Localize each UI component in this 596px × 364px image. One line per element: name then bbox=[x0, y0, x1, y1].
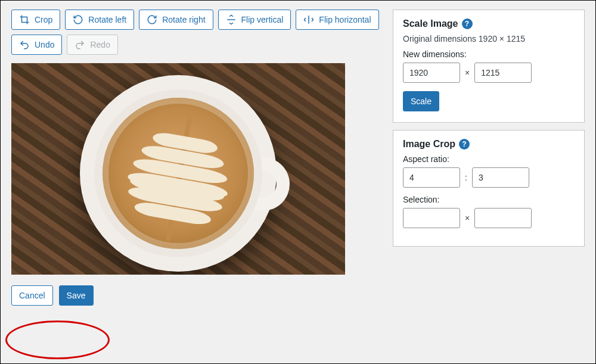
flip-horizontal-label: Flip horizontal bbox=[319, 15, 371, 24]
redo-label: Redo bbox=[90, 40, 110, 49]
scale-title-text: Scale Image bbox=[403, 18, 458, 29]
rotate-left-label: Rotate left bbox=[88, 15, 126, 24]
aspect-separator: : bbox=[465, 173, 467, 182]
flip-vertical-button[interactable]: Flip vertical bbox=[218, 10, 291, 30]
crop-title-text: Image Crop bbox=[403, 139, 455, 150]
save-label: Save bbox=[67, 291, 86, 300]
rotate-right-icon bbox=[147, 14, 157, 25]
save-button[interactable]: Save bbox=[59, 285, 94, 306]
flip-vertical-label: Flip vertical bbox=[241, 15, 284, 24]
rotate-right-label: Rotate right bbox=[162, 15, 205, 24]
flip-horizontal-icon bbox=[303, 14, 314, 25]
image-crop-panel: Image Crop ? Aspect ratio: : Selection: … bbox=[393, 130, 585, 247]
crop-button[interactable]: Crop bbox=[11, 10, 60, 30]
rotate-left-icon bbox=[73, 14, 83, 25]
selection-width-input[interactable] bbox=[403, 208, 460, 228]
scale-button[interactable]: Scale bbox=[403, 91, 439, 111]
scale-height-input[interactable] bbox=[474, 63, 532, 83]
cancel-button[interactable]: Cancel bbox=[11, 285, 53, 306]
undo-label: Undo bbox=[35, 40, 54, 49]
redo-button: Redo bbox=[67, 35, 117, 55]
undo-button[interactable]: Undo bbox=[11, 35, 62, 55]
redo-icon bbox=[74, 39, 85, 50]
crop-label: Crop bbox=[35, 15, 52, 24]
image-preview[interactable] bbox=[11, 63, 345, 275]
help-icon[interactable]: ? bbox=[459, 139, 470, 150]
scale-width-input[interactable] bbox=[403, 63, 460, 83]
undo-icon bbox=[19, 39, 30, 50]
dimension-separator: × bbox=[465, 68, 470, 77]
help-icon[interactable]: ? bbox=[462, 18, 473, 29]
rotate-left-button[interactable]: Rotate left bbox=[65, 10, 134, 30]
scale-image-panel: Scale Image ? Original dimensions 1920 ×… bbox=[393, 10, 585, 123]
scale-title: Scale Image ? bbox=[403, 18, 575, 29]
flip-horizontal-button[interactable]: Flip horizontal bbox=[296, 10, 378, 30]
aspect-height-input[interactable] bbox=[472, 167, 529, 188]
rotate-right-button[interactable]: Rotate right bbox=[139, 10, 213, 30]
cancel-label: Cancel bbox=[19, 291, 45, 300]
original-dimensions: Original dimensions 1920 × 1215 bbox=[403, 34, 575, 43]
flip-vertical-icon bbox=[226, 14, 237, 25]
selection-label: Selection: bbox=[403, 195, 575, 204]
selection-separator: × bbox=[465, 213, 470, 223]
preview-cup bbox=[80, 75, 277, 272]
aspect-ratio-label: Aspect ratio: bbox=[403, 154, 575, 164]
crop-icon bbox=[19, 14, 30, 25]
new-dimensions-label: New dimensions: bbox=[403, 49, 575, 59]
crop-title: Image Crop ? bbox=[403, 139, 575, 150]
selection-height-input[interactable] bbox=[474, 208, 532, 228]
scale-button-label: Scale bbox=[411, 97, 432, 106]
aspect-width-input[interactable] bbox=[403, 167, 460, 188]
